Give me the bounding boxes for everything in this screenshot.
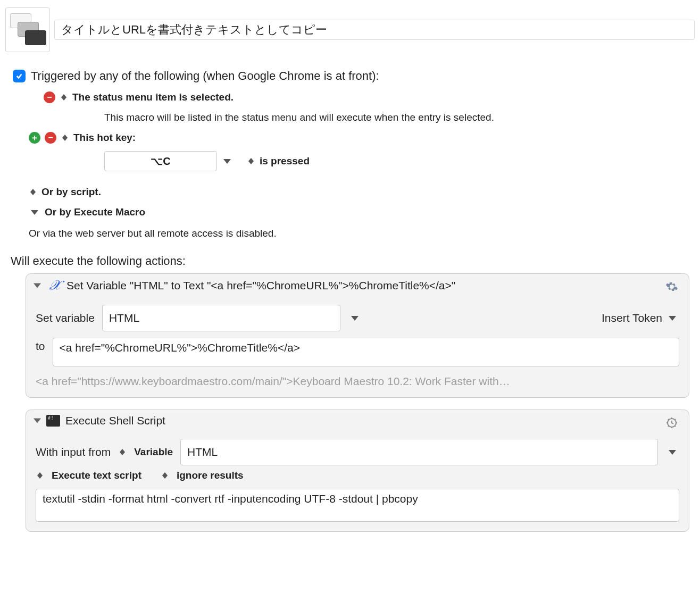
trigger-hotkey-config: ⌥C is pressed	[5, 151, 695, 171]
insert-token-label: Insert Token	[602, 312, 662, 324]
set-variable-label: Set variable	[36, 312, 95, 324]
macro-title-input[interactable]: タイトルとURLを書式付きテキストとしてコピー	[54, 20, 695, 40]
action-set-variable-header: 𝒳 Set Variable "HTML" to Text "<a href="…	[26, 274, 689, 297]
trigger-status-menu-label: The status menu item is selected.	[72, 91, 234, 103]
set-variable-to-label: to	[36, 336, 45, 353]
or-by-script-label: Or by script.	[41, 186, 101, 198]
set-variable-name-menu[interactable]	[348, 316, 362, 321]
action-shell-body: With input from Variable HTML Execute te…	[26, 431, 689, 531]
shell-input-source-stepper[interactable]	[118, 446, 127, 458]
actions-header: Will execute the following actions:	[5, 254, 695, 268]
shell-input-variable-input[interactable]: HTML	[180, 439, 658, 465]
trigger-type-stepper[interactable]	[60, 91, 68, 103]
action-options-gear-icon[interactable]	[664, 279, 679, 294]
remove-hotkey-trigger-button[interactable]: −	[45, 132, 56, 144]
trigger-row-status-menu: − The status menu item is selected.	[5, 91, 695, 103]
shell-result-mode-stepper[interactable]	[161, 470, 169, 481]
action-set-variable-body: Set variable HTML Insert Token to <a hre…	[26, 297, 689, 397]
terminal-icon	[46, 415, 60, 427]
add-trigger-button[interactable]: ＋	[29, 132, 40, 144]
trigger-hotkey-label: This hot key:	[73, 132, 136, 144]
remote-access-text: Or via the web server but all remote acc…	[29, 228, 277, 239]
trigger-row-hotkey: ＋ − This hot key:	[5, 132, 695, 144]
action-set-variable-title: Set Variable "HTML" to Text "<a href="%C…	[66, 279, 455, 292]
shell-exec-mode-label: Execute text script	[52, 470, 141, 481]
trigger-status-menu-explain: This macro will be listed in the status …	[5, 112, 695, 123]
or-by-execute-macro-row: Or by Execute Macro	[5, 206, 695, 218]
set-variable-value-input[interactable]: <a href="%ChromeURL%">%ChromeTitle%</a>	[53, 338, 679, 366]
or-by-execute-macro-label: Or by Execute Macro	[45, 206, 145, 218]
variable-icon: 𝒳	[46, 278, 61, 293]
shell-exec-mode-stepper[interactable]	[36, 470, 44, 481]
remote-access-row: Or via the web server but all remote acc…	[5, 228, 695, 239]
shell-mode-row: Execute text script ignore results	[36, 470, 679, 481]
action-card-set-variable[interactable]: 𝒳 Set Variable "HTML" to Text "<a href="…	[26, 273, 689, 398]
insert-token-menu[interactable]: Insert Token	[602, 312, 679, 324]
or-by-execute-macro-disclosure[interactable]	[29, 210, 40, 215]
chevron-down-icon	[665, 316, 679, 321]
or-by-script-stepper[interactable]	[29, 186, 37, 198]
or-by-script-row: Or by script.	[5, 186, 695, 198]
action-options-gear-icon[interactable]	[664, 415, 679, 430]
hotkey-field[interactable]: ⌥C	[104, 151, 217, 171]
action-shell-header: Execute Shell Script	[26, 410, 689, 431]
triggers-enabled-checkbox[interactable]	[13, 70, 26, 82]
shell-script-input[interactable]: textutil -stdin -format html -convert rt…	[36, 489, 679, 522]
action-card-shell-script[interactable]: Execute Shell Script With input from Var…	[26, 410, 689, 532]
set-variable-value-row: to <a href="%ChromeURL%">%ChromeTitle%</…	[36, 336, 679, 366]
triggers-section: Triggered by any of the following (when …	[5, 69, 695, 239]
hotkey-menu-button[interactable]	[221, 159, 233, 164]
triggers-header-text: Triggered by any of the following (when …	[31, 69, 379, 83]
shell-result-mode-label: ignore results	[177, 470, 244, 481]
macro-header: タイトルとURLを書式付きテキストとしてコピー	[5, 7, 695, 52]
action-disclosure-icon[interactable]	[34, 283, 41, 288]
remove-trigger-button[interactable]: −	[44, 91, 55, 103]
set-variable-name-input[interactable]: HTML	[102, 305, 341, 331]
shell-input-variable-menu[interactable]	[665, 450, 679, 455]
hotkey-trigger-type-stepper[interactable]	[61, 132, 69, 144]
trigger-status-menu-explain-text: This macro will be listed in the status …	[104, 112, 494, 123]
triggers-header-row: Triggered by any of the following (when …	[5, 69, 695, 83]
action-disclosure-icon[interactable]	[34, 418, 41, 423]
action-shell-title: Execute Shell Script	[65, 414, 165, 427]
set-variable-preview: <a href="https://www.keyboardmaestro.com…	[36, 375, 679, 388]
hotkey-state-label: is pressed	[260, 155, 310, 167]
shell-input-row: With input from Variable HTML	[36, 439, 679, 465]
shell-with-input-label: With input from	[36, 446, 111, 458]
hotkey-state-stepper[interactable]	[247, 155, 255, 167]
macro-type-icon	[5, 7, 50, 52]
shell-input-source-label: Variable	[134, 446, 173, 458]
set-variable-name-row: Set variable HTML Insert Token	[36, 305, 679, 331]
